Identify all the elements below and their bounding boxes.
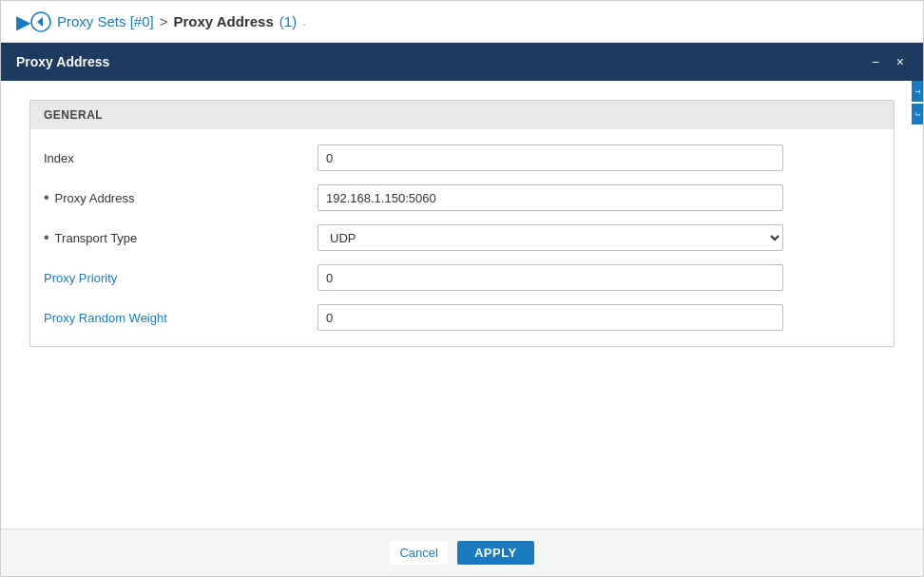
modal-footer: Cancel APPLY — [1, 529, 923, 576]
input-proxy-priority[interactable] — [318, 264, 783, 291]
close-button[interactable]: × — [893, 54, 908, 69]
right-tab-j[interactable]: J — [912, 104, 923, 125]
general-section-header: GENERAL — [30, 101, 894, 129]
page-wrapper: ▶ Proxy Sets [#0] > Proxy Address (1) . … — [0, 0, 924, 577]
breadcrumb-dot: . — [302, 14, 306, 29]
modal-title: Proxy Address — [16, 54, 109, 69]
cancel-button[interactable]: Cancel — [390, 541, 447, 565]
breadcrumb-proxy-sets-link[interactable]: Proxy Sets [#0] — [57, 13, 154, 29]
general-section-body: Index Proxy Address Transport Type UDP T… — [30, 129, 894, 346]
form-row-proxy-random-weight: Proxy Random Weight — [44, 304, 880, 331]
back-circle-icon[interactable] — [30, 11, 51, 32]
minimize-button[interactable]: − — [868, 54, 883, 69]
right-tab-t[interactable]: T — [912, 81, 923, 102]
input-proxy-address[interactable] — [318, 184, 783, 211]
form-row-transport-type: Transport Type UDP TCP TLS — [44, 224, 880, 251]
modal-controls: − × — [868, 54, 908, 69]
breadcrumb-bar: ▶ Proxy Sets [#0] > Proxy Address (1) . — [1, 1, 923, 43]
label-proxy-priority: Proxy Priority — [44, 271, 310, 285]
label-transport-type: Transport Type — [44, 229, 310, 246]
form-row-proxy-priority: Proxy Priority — [44, 264, 880, 291]
breadcrumb-separator: > — [160, 13, 168, 29]
back-icon[interactable]: ▶ — [16, 10, 51, 33]
select-transport-type[interactable]: UDP TCP TLS — [318, 224, 783, 251]
modal-titlebar: Proxy Address − × — [1, 43, 923, 81]
breadcrumb-count: (1) — [279, 13, 297, 29]
general-section: GENERAL Index Proxy Address Transport — [29, 100, 895, 347]
svg-marker-1 — [37, 17, 43, 27]
label-index: Index — [44, 151, 310, 165]
form-row-index: Index — [44, 144, 880, 171]
right-tab-strip: T J — [912, 81, 923, 576]
modal-body: GENERAL Index Proxy Address Transport — [1, 81, 923, 529]
apply-button[interactable]: APPLY — [457, 541, 534, 565]
label-proxy-random-weight: Proxy Random Weight — [44, 311, 310, 325]
label-proxy-address: Proxy Address — [44, 189, 310, 206]
breadcrumb-current: Proxy Address — [173, 13, 273, 29]
form-row-proxy-address: Proxy Address — [44, 184, 880, 211]
input-index[interactable] — [318, 144, 783, 171]
input-proxy-random-weight[interactable] — [318, 304, 783, 331]
